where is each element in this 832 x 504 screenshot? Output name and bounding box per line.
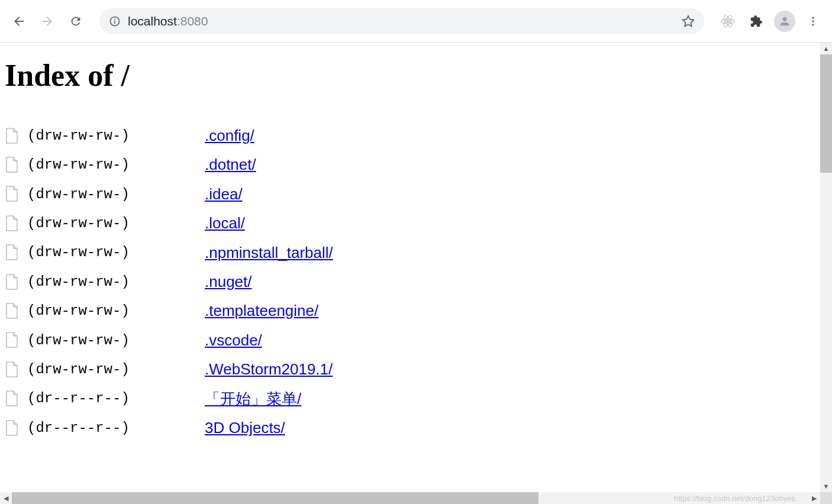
profile-button[interactable] bbox=[773, 9, 796, 33]
permissions: (dr--r--r--) bbox=[27, 415, 205, 442]
scroll-right-button[interactable]: ▶ bbox=[808, 492, 820, 504]
star-icon[interactable] bbox=[682, 15, 695, 28]
permissions: (drw-rw-rw-) bbox=[27, 327, 205, 354]
info-icon[interactable] bbox=[109, 15, 121, 27]
directory-link[interactable]: .local/ bbox=[205, 209, 245, 238]
directory-link[interactable]: .npminstall_tarball/ bbox=[205, 238, 333, 267]
directory-listing: (drw-rw-rw-).config/(drw-rw-rw-).dotnet/… bbox=[5, 121, 815, 442]
file-icon bbox=[5, 420, 19, 437]
list-item: (drw-rw-rw-).idea/ bbox=[5, 180, 815, 209]
file-icon bbox=[5, 157, 19, 173]
file-icon bbox=[5, 215, 19, 232]
arrow-right-icon bbox=[40, 14, 54, 28]
directory-link[interactable]: 「开始」菜单/ bbox=[205, 385, 301, 413]
react-devtools-icon[interactable] bbox=[716, 9, 740, 33]
permissions: (dr--r--r--) bbox=[27, 385, 205, 412]
avatar-icon bbox=[774, 11, 795, 32]
list-item: (drw-rw-rw-).npminstall_tarball/ bbox=[5, 238, 815, 267]
file-icon bbox=[5, 186, 19, 202]
url-text: localhost:8080 bbox=[128, 14, 675, 28]
puzzle-icon bbox=[750, 15, 763, 28]
directory-link[interactable]: .dotnet/ bbox=[205, 150, 256, 179]
directory-link[interactable]: .templateengine/ bbox=[205, 296, 318, 325]
scroll-up-button[interactable]: ▲ bbox=[820, 43, 832, 54]
scroll-corner bbox=[820, 492, 832, 504]
list-item: (drw-rw-rw-).dotnet/ bbox=[5, 150, 815, 179]
list-item: (drw-rw-rw-).nuget/ bbox=[5, 267, 815, 296]
scroll-left-button[interactable]: ◀ bbox=[0, 492, 12, 504]
address-bar[interactable]: localhost:8080 bbox=[99, 8, 704, 34]
menu-button[interactable] bbox=[801, 9, 825, 33]
arrow-left-icon bbox=[12, 14, 26, 28]
svg-point-5 bbox=[812, 20, 814, 22]
permissions: (drw-rw-rw-) bbox=[27, 239, 205, 266]
permissions: (drw-rw-rw-) bbox=[27, 122, 205, 150]
file-icon bbox=[5, 303, 19, 319]
list-item: (dr--r--r--)3D Objects/ bbox=[5, 413, 815, 442]
permissions: (drw-rw-rw-) bbox=[27, 210, 205, 237]
permissions: (drw-rw-rw-) bbox=[27, 151, 205, 179]
file-icon bbox=[5, 390, 19, 407]
browser-toolbar: localhost:8080 bbox=[0, 0, 832, 43]
extensions-icon[interactable] bbox=[744, 9, 768, 33]
reload-button[interactable] bbox=[64, 9, 88, 33]
horizontal-scroll-thumb[interactable] bbox=[12, 492, 538, 504]
dots-vertical-icon bbox=[807, 15, 819, 27]
svg-point-4 bbox=[812, 17, 814, 18]
list-item: (drw-rw-rw-).local/ bbox=[5, 209, 815, 238]
page-content: Index of / (drw-rw-rw-).config/(drw-rw-r… bbox=[0, 43, 820, 492]
directory-link[interactable]: .idea/ bbox=[205, 180, 243, 209]
list-item: (drw-rw-rw-).vscode/ bbox=[5, 326, 815, 355]
file-icon bbox=[5, 274, 19, 290]
list-item: (dr--r--r--)「开始」菜单/ bbox=[5, 385, 815, 413]
vertical-scroll-thumb[interactable] bbox=[820, 54, 832, 173]
svg-point-0 bbox=[727, 20, 729, 22]
forward-button[interactable] bbox=[36, 9, 59, 33]
page-viewport: Index of / (drw-rw-rw-).config/(drw-rw-r… bbox=[0, 43, 832, 504]
directory-link[interactable]: 3D Objects/ bbox=[205, 413, 285, 442]
page-title: Index of / bbox=[5, 58, 815, 93]
directory-link[interactable]: .nuget/ bbox=[205, 267, 252, 296]
back-button[interactable] bbox=[7, 9, 31, 33]
list-item: (drw-rw-rw-).WebStorm2019.1/ bbox=[5, 355, 815, 384]
permissions: (drw-rw-rw-) bbox=[27, 298, 205, 325]
directory-link[interactable]: .WebStorm2019.1/ bbox=[205, 355, 333, 384]
list-item: (drw-rw-rw-).config/ bbox=[5, 121, 815, 150]
vertical-scrollbar[interactable]: ▲ ▼ bbox=[820, 43, 832, 492]
svg-point-6 bbox=[812, 24, 814, 25]
horizontal-scrollbar[interactable]: ◀ ▶ bbox=[0, 492, 820, 504]
reload-icon bbox=[69, 15, 82, 28]
file-icon bbox=[5, 332, 19, 348]
file-icon bbox=[5, 361, 19, 378]
list-item: (drw-rw-rw-).templateengine/ bbox=[5, 296, 815, 325]
directory-link[interactable]: .config/ bbox=[205, 121, 254, 150]
file-icon bbox=[5, 244, 19, 261]
scroll-down-button[interactable]: ▼ bbox=[820, 480, 832, 492]
permissions: (drw-rw-rw-) bbox=[27, 269, 205, 296]
file-icon bbox=[5, 128, 19, 144]
directory-link[interactable]: .vscode/ bbox=[205, 326, 262, 355]
permissions: (drw-rw-rw-) bbox=[27, 181, 205, 208]
permissions: (drw-rw-rw-) bbox=[27, 356, 205, 383]
